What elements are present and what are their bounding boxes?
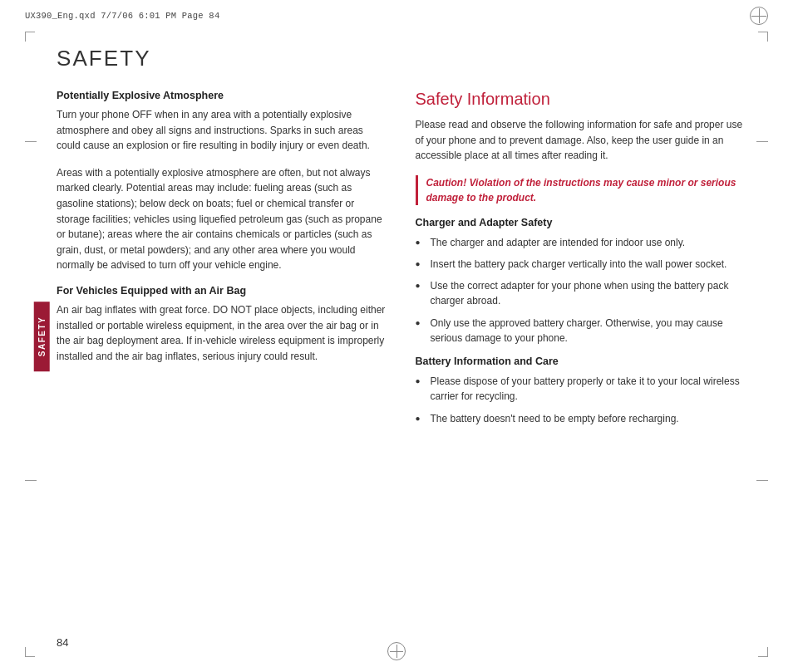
left-mark-top — [25, 141, 37, 142]
content-area: Potentially Explosive Atmosphere Turn yo… — [57, 90, 747, 622]
section-airbag-title: For Vehicles Equipped with an Air Bag — [57, 285, 389, 297]
charger-bullet-4: Only use the approved battery charger. O… — [416, 316, 748, 346]
safety-info-heading: Safety Information — [416, 90, 748, 109]
charger-bullet-3: Use the correct adapter for your phone w… — [416, 278, 748, 308]
right-mark-top — [756, 141, 768, 142]
safety-info-intro: Please read and observe the following in… — [416, 117, 748, 164]
corner-mark-br — [758, 647, 768, 657]
battery-bullet-2: The battery doesn't need to be empty bef… — [416, 411, 748, 426]
charger-bullet-list: The charger and adapter are intended for… — [416, 235, 748, 346]
section-explosive-para2: Areas with a potentially explosive atmos… — [57, 165, 389, 273]
file-info: UX390_Eng.qxd 7/7/06 6:01 PM Page 84 — [25, 11, 219, 21]
battery-section-title: Battery Information and Care — [416, 356, 748, 367]
charger-bullet-1: The charger and adapter are intended for… — [416, 235, 748, 250]
page-container: UX390_Eng.qxd 7/7/06 6:01 PM Page 84 SAF… — [0, 0, 793, 672]
corner-mark-bl — [25, 647, 35, 657]
corner-mark-tl — [25, 32, 35, 42]
page-number: 84 — [57, 636, 68, 649]
bottom-center-crosshair — [387, 642, 406, 660]
sidebar-safety-label: SAFETY — [34, 301, 50, 370]
header-crosshair-icon — [750, 7, 768, 25]
battery-bullet-1: Please dispose of your battery properly … — [416, 374, 748, 404]
right-mark-bottom — [756, 480, 768, 481]
page-title: SAFETY — [57, 46, 151, 71]
left-mark-bottom — [25, 480, 37, 481]
right-column: Safety Information Please read and obser… — [416, 90, 748, 622]
left-column: Potentially Explosive Atmosphere Turn yo… — [57, 90, 389, 622]
battery-bullet-list: Please dispose of your battery properly … — [416, 374, 748, 426]
section-explosive-para1: Turn your phone OFF when in any area wit… — [57, 107, 389, 154]
section-explosive-title: Potentially Explosive Atmosphere — [57, 90, 389, 101]
caution-text: Caution! Violation of the instructions m… — [426, 177, 736, 204]
corner-mark-tr — [758, 32, 768, 42]
header-bar: UX390_Eng.qxd 7/7/06 6:01 PM Page 84 — [25, 7, 768, 25]
charger-section-title: Charger and Adapter Safety — [416, 217, 748, 228]
section-airbag-para1: An air bag inflates with great force. DO… — [57, 302, 389, 364]
crosshair-inner — [751, 8, 766, 23]
charger-bullet-2: Insert the battery pack charger vertical… — [416, 257, 748, 272]
caution-box: Caution! Violation of the instructions m… — [416, 175, 748, 205]
